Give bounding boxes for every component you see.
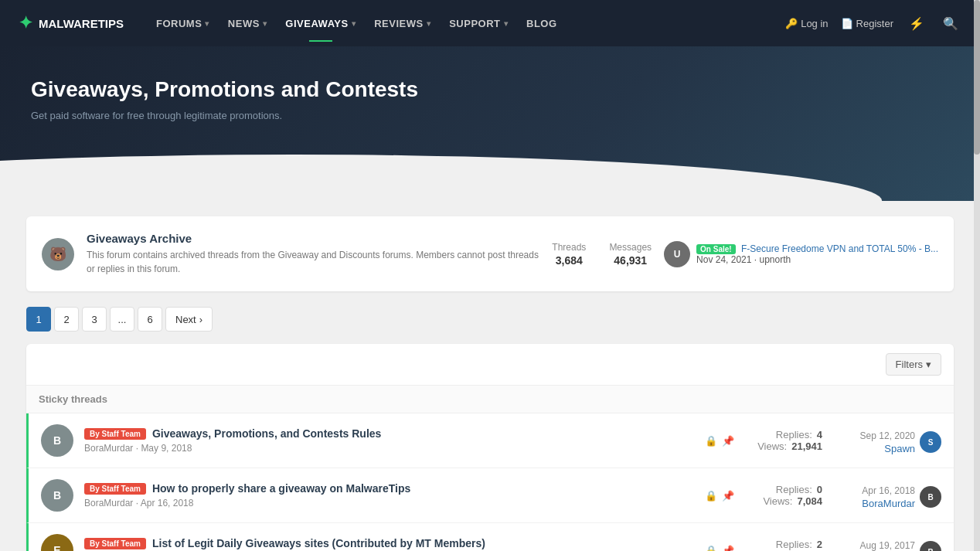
filters-button[interactable]: Filters ▾ bbox=[886, 353, 941, 376]
last-post-avatar: U bbox=[664, 241, 690, 267]
avatar: B bbox=[41, 479, 73, 512]
top-navigation: ✦ MALWARETIPS FORUMS ▾ NEWS ▾ GIVEAWAYS … bbox=[0, 0, 980, 46]
pin-icon: 📌 bbox=[722, 545, 734, 552]
chevron-down-icon: ▾ bbox=[205, 19, 209, 28]
page-title: Giveaways, Promotions and Contests bbox=[31, 77, 949, 102]
nav-reviews[interactable]: REVIEWS ▾ bbox=[366, 12, 438, 36]
forum-archive-card: 🐻 Giveaways Archive This forum contains … bbox=[26, 216, 954, 291]
nav-links: FORUMS ▾ NEWS ▾ GIVEAWAYS ▾ REVIEWS ▾ SU… bbox=[148, 12, 761, 36]
thread-author[interactable]: BoraMurdar bbox=[84, 498, 133, 508]
last-user-avatar: B bbox=[920, 541, 941, 551]
staff-badge: By Staff Team bbox=[84, 483, 146, 495]
site-name: MALWARETIPS bbox=[39, 17, 124, 30]
thread-list-header: Filters ▾ bbox=[26, 344, 954, 386]
thread-date: May 9, 2018 bbox=[141, 443, 192, 454]
next-page-button[interactable]: Next › bbox=[165, 307, 213, 332]
pin-icon: 📌 bbox=[722, 490, 734, 502]
page-6-button[interactable]: 6 bbox=[138, 307, 162, 332]
thread-last-post: Apr 16, 2018 BoraMurdar B bbox=[833, 482, 941, 509]
last-post-info: On Sale! F-Secure Freedome VPN and TOTAL… bbox=[696, 243, 938, 265]
lock-icon: 🔒 bbox=[705, 490, 717, 502]
messages-count: 46,931 bbox=[614, 254, 647, 267]
page-1-button[interactable]: 1 bbox=[26, 307, 51, 332]
chevron-down-icon: ▾ bbox=[352, 19, 356, 28]
last-post-user[interactable]: upnorth bbox=[759, 254, 791, 265]
thread-list: Filters ▾ Sticky threads B By Staff Team… bbox=[26, 344, 954, 551]
document-icon: 📄 bbox=[841, 18, 853, 29]
search-icon[interactable]: 🔍 bbox=[940, 13, 961, 34]
threads-stat: Threads 3,684 bbox=[552, 242, 586, 267]
forum-stats: Threads 3,684 Messages 46,931 bbox=[552, 242, 652, 267]
thread-last-post: Sep 12, 2020 Spawn S bbox=[833, 427, 941, 454]
last-user-avatar: S bbox=[920, 431, 941, 453]
thread-title[interactable]: List of Legit Daily Giveaways sites (Con… bbox=[152, 537, 485, 549]
thread-icons: 🔒 📌 bbox=[705, 490, 734, 502]
last-post-title[interactable]: F-Secure Freedome VPN and TOTAL 50% - B.… bbox=[741, 243, 938, 254]
thread-main: By Staff Team Giveaways, Promotions, and… bbox=[84, 427, 694, 454]
thread-badges: By Staff Team List of Legit Daily Giveaw… bbox=[84, 537, 694, 549]
chevron-right-icon: › bbox=[199, 314, 202, 325]
last-user[interactable]: BoraMurdar bbox=[862, 498, 915, 509]
last-date: Aug 19, 2017 bbox=[860, 540, 915, 551]
scrollbar[interactable] bbox=[974, 0, 980, 551]
thread-stats: Replies: 2 Views: 397,556 bbox=[745, 539, 822, 551]
main-content: 🐻 Giveaways Archive This forum contains … bbox=[11, 201, 969, 551]
thread-badges: By Staff Team Giveaways, Promotions, and… bbox=[84, 427, 694, 440]
forum-archive-title[interactable]: Giveaways Archive bbox=[87, 232, 539, 245]
thread-icons: 🔒 📌 bbox=[705, 545, 734, 552]
last-user[interactable]: Spawn bbox=[860, 443, 915, 454]
lock-icon: 🔒 bbox=[705, 435, 717, 447]
on-sale-badge: On Sale! bbox=[696, 244, 736, 254]
chevron-down-icon: ▾ bbox=[926, 359, 931, 370]
thread-stats: Replies: 0 Views: 7,084 bbox=[745, 484, 822, 507]
hero-subtitle: Get paid software for free through legit… bbox=[31, 110, 949, 121]
site-logo[interactable]: ✦ MALWARETIPS bbox=[19, 13, 124, 33]
chevron-down-icon: ▾ bbox=[263, 19, 267, 28]
sticky-section-label: Sticky threads bbox=[26, 386, 954, 413]
messages-stat: Messages 46,931 bbox=[609, 242, 652, 267]
register-link[interactable]: 📄 Register bbox=[841, 18, 893, 29]
thread-main: By Staff Team List of Legit Daily Giveaw… bbox=[84, 537, 694, 551]
thread-title[interactable]: Giveaways, Promotions, and Contests Rule… bbox=[152, 427, 381, 440]
lightning-icon[interactable]: ⚡ bbox=[906, 13, 927, 34]
scrollbar-thumb[interactable] bbox=[974, 0, 980, 155]
staff-badge: By Staff Team bbox=[84, 428, 146, 440]
nav-blog[interactable]: BLOG bbox=[519, 12, 565, 36]
last-date: Apr 16, 2018 bbox=[862, 485, 915, 496]
forum-icon: 🐻 bbox=[42, 238, 74, 270]
thread-meta: BoraMurdar · Apr 16, 2018 bbox=[84, 498, 694, 508]
chevron-down-icon: ▾ bbox=[427, 19, 431, 28]
thread-icons: 🔒 📌 bbox=[705, 435, 734, 447]
messages-label: Messages bbox=[609, 242, 652, 253]
nav-forums[interactable]: FORUMS ▾ bbox=[148, 12, 217, 36]
last-post-meta: Nov 24, 2021 · upnorth bbox=[696, 254, 938, 265]
chevron-down-icon: ▾ bbox=[504, 19, 509, 28]
page-2-button[interactable]: 2 bbox=[54, 307, 79, 332]
thread-stats: Replies: 4 Views: 21,941 bbox=[745, 429, 822, 452]
avatar: E bbox=[41, 534, 73, 551]
nav-right: 🔑 Log in 📄 Register ⚡ 🔍 bbox=[785, 13, 961, 34]
thread-badges: By Staff Team How to properly share a gi… bbox=[84, 482, 694, 495]
nav-support[interactable]: SUPPORT ▾ bbox=[441, 12, 516, 36]
lock-icon: 🔒 bbox=[705, 545, 717, 552]
thread-title[interactable]: How to properly share a giveaway on Malw… bbox=[152, 482, 410, 495]
avatar: B bbox=[41, 424, 73, 457]
nav-news[interactable]: NEWS ▾ bbox=[220, 12, 275, 36]
thread-last-post: Aug 19, 2017 BoraMurdar B bbox=[833, 537, 941, 552]
thread-last-info: Sep 12, 2020 Spawn bbox=[860, 430, 915, 454]
nav-giveaways[interactable]: GIVEAWAYS ▾ bbox=[277, 12, 363, 36]
pagination: 1 2 3 ... 6 Next › bbox=[26, 307, 954, 332]
thread-author[interactable]: BoraMurdar bbox=[84, 443, 133, 454]
thread-meta: BoraMurdar · May 9, 2018 bbox=[84, 443, 694, 454]
login-link[interactable]: 🔑 Log in bbox=[785, 18, 828, 29]
page-3-button[interactable]: 3 bbox=[82, 307, 107, 332]
key-icon: 🔑 bbox=[785, 18, 798, 29]
forum-last-post: U On Sale! F-Secure Freedome VPN and TOT… bbox=[664, 241, 938, 267]
table-row: B By Staff Team How to properly share a … bbox=[26, 468, 954, 523]
thread-main: By Staff Team How to properly share a gi… bbox=[84, 482, 694, 508]
pin-icon: 📌 bbox=[722, 435, 734, 447]
last-user-avatar: B bbox=[920, 486, 941, 508]
thread-last-info: Apr 16, 2018 BoraMurdar bbox=[862, 485, 915, 509]
table-row: E By Staff Team List of Legit Daily Give… bbox=[26, 523, 954, 551]
table-row: B By Staff Team Giveaways, Promotions, a… bbox=[26, 413, 954, 468]
